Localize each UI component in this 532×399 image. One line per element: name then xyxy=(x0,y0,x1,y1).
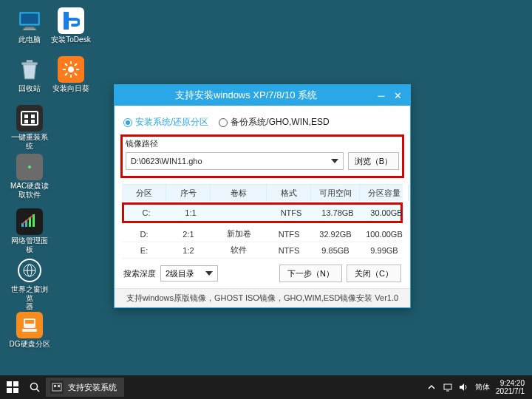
desktop-icon-label: 此电脑 xyxy=(18,35,41,44)
radio-install-restore[interactable]: 安装系统/还原分区 xyxy=(123,116,208,129)
desktop-icon-label: 安装ToDesk xyxy=(51,35,90,44)
recycle-bin-icon xyxy=(16,56,43,83)
desktop-icon-world-browser[interactable]: 世界之窗浏览 器 xyxy=(9,257,50,311)
svg-rect-14 xyxy=(33,214,35,227)
tray-clock[interactable]: 9:24:20 2021/7/1 xyxy=(496,379,525,395)
col-label: 卷标 xyxy=(211,185,267,201)
search-depth-label: 搜索深度 xyxy=(123,268,156,279)
taskbar-app-label: 支持安装系统 xyxy=(68,382,117,393)
next-button[interactable]: 下一步（N） xyxy=(279,265,342,282)
desktop-icon-install-sunflower[interactable]: 安装向日葵 xyxy=(50,56,92,93)
col-free: 可用空间 xyxy=(311,185,360,201)
svg-rect-37 xyxy=(54,385,56,387)
svg-line-27 xyxy=(75,73,77,75)
window-content: 安装系统/还原分区 备份系统/GHO,WIN,ESD 镜像路径 D:\0623\… xyxy=(115,106,410,288)
desktop-icon-mac-disk-reader[interactable]: MAC硬盘读 取软件 xyxy=(9,154,50,199)
radio-circle-icon xyxy=(123,118,132,127)
svg-rect-8 xyxy=(31,115,35,118)
todesk-icon xyxy=(58,7,84,34)
table-row[interactable]: D: 2:1 新加卷 NTFS 32.92GB 100.00GB xyxy=(122,226,403,242)
svg-rect-6 xyxy=(21,112,38,125)
desktop-icon-label: 一键重装系统 xyxy=(9,133,50,150)
desktop-icon-label: 网络管理面板 xyxy=(9,236,50,253)
close-button[interactable]: ✕ xyxy=(389,89,406,102)
taskbar-app[interactable]: 支持安装系统 xyxy=(46,378,124,397)
desktop-icon-label: MAC硬盘读 取软件 xyxy=(10,182,49,199)
desktop-icon-install-todesk[interactable]: 安装ToDesk xyxy=(50,7,92,44)
svg-rect-36 xyxy=(52,383,61,391)
radio-circle-icon xyxy=(219,118,228,127)
radio-label: 安装系统/还原分区 xyxy=(135,116,208,129)
image-path-section: 镜像路径 D:\0623\WIN11.gho 浏览（B） xyxy=(120,134,404,178)
search-depth-value: 2级目录 xyxy=(166,268,194,279)
svg-rect-32 xyxy=(7,388,12,393)
desktop-icon-label: 安装向日葵 xyxy=(52,84,89,93)
image-path-label: 镜像路径 xyxy=(126,138,399,149)
desktop-icon-this-pc[interactable]: 此电脑 xyxy=(9,7,50,44)
svg-line-35 xyxy=(37,389,40,392)
desktop-icon-network-panel[interactable]: 网络管理面板 xyxy=(9,208,50,253)
table-row[interactable]: E: 1:2 软件 NTFS 9.85GB 9.99GB xyxy=(122,242,403,259)
system-tray: 简体 9:24:20 2021/7/1 xyxy=(419,379,532,395)
svg-rect-10 xyxy=(31,120,35,123)
radio-backup[interactable]: 备份系统/GHO,WIN,ESD xyxy=(219,116,329,129)
col-drive: 分区 xyxy=(122,185,166,201)
svg-rect-4 xyxy=(21,62,37,64)
installer-window: 支持安装windows XP/7/8/10 系统 ─ ✕ 安装系统/还原分区 备… xyxy=(114,84,411,308)
svg-rect-20 xyxy=(22,329,37,332)
mode-radio-group: 安装系统/还原分区 备份系统/GHO,WIN,ESD xyxy=(122,113,403,134)
svg-rect-2 xyxy=(25,27,35,29)
bottom-controls: 搜索深度 2级目录 下一步（N） 关闭（C） xyxy=(122,259,403,284)
selected-row-highlight: C: 1:1 NTFS 13.78GB 30.00GB xyxy=(122,202,403,223)
close-dialog-button[interactable]: 关闭（C） xyxy=(347,265,401,282)
svg-line-28 xyxy=(65,73,67,75)
svg-marker-41 xyxy=(460,383,464,391)
svg-line-26 xyxy=(65,64,67,66)
tray-chevron-up-icon[interactable] xyxy=(426,382,437,392)
col-format: 格式 xyxy=(267,185,311,201)
image-path-dropdown[interactable]: D:\0623\WIN11.gho xyxy=(126,152,344,170)
minimize-button[interactable]: ─ xyxy=(373,89,389,102)
desktop-icon-onekey-reinstall[interactable]: 一键重装系统 xyxy=(9,105,50,150)
svg-rect-7 xyxy=(24,115,28,118)
tray-ime[interactable]: 简体 xyxy=(475,382,490,392)
table-header-row: 分区 序号 卷标 格式 可用空间 分区容量 xyxy=(122,185,403,201)
svg-point-21 xyxy=(68,66,74,72)
svg-line-29 xyxy=(75,64,77,66)
tray-date: 2021/7/1 xyxy=(496,387,525,395)
col-index: 序号 xyxy=(166,185,211,201)
onekey-icon xyxy=(16,105,43,132)
desktop-icon-recycle-bin[interactable]: 回收站 xyxy=(9,56,50,93)
tray-volume-icon[interactable] xyxy=(459,382,469,392)
pc-icon xyxy=(16,7,43,34)
col-size: 分区容量 xyxy=(360,185,409,201)
browse-button[interactable]: 浏览（B） xyxy=(348,152,399,170)
table-row[interactable]: C: 1:1 NTFS 13.78GB 30.00GB xyxy=(124,205,400,221)
network-icon xyxy=(16,208,43,235)
window-footer: 支持windows原版镜像，GHOST ISO镜像，GHO,WIM,ESD镜像安… xyxy=(115,288,410,307)
svg-rect-31 xyxy=(13,381,18,386)
desktop-icon-label: DG硬盘分区 xyxy=(10,340,50,349)
desktop-icon-label: 回收站 xyxy=(18,84,41,93)
window-title: 支持安装windows XP/7/8/10 系统 xyxy=(119,89,373,102)
image-path-value: D:\0623\WIN11.gho xyxy=(131,157,202,166)
partition-table: 分区 序号 卷标 格式 可用空间 分区容量 C: 1:1 NTFS 13.78G… xyxy=(122,184,403,259)
tray-time: 9:24:20 xyxy=(496,379,525,387)
start-button[interactable] xyxy=(0,375,25,399)
taskbar: 支持安装系统 简体 9:24:20 2021/7/1 xyxy=(0,375,532,399)
desktop-icon-dg-partition[interactable]: DG硬盘分区 xyxy=(9,312,50,349)
chevron-down-icon xyxy=(205,271,213,276)
desktop-icon-label: 世界之窗浏览 器 xyxy=(9,285,50,311)
svg-rect-1 xyxy=(21,13,38,24)
svg-rect-19 xyxy=(25,320,34,324)
titlebar[interactable]: 支持安装windows XP/7/8/10 系统 ─ ✕ xyxy=(115,85,410,106)
search-icon[interactable] xyxy=(25,375,44,399)
svg-point-34 xyxy=(31,383,38,390)
svg-rect-9 xyxy=(24,120,28,123)
tray-network-icon[interactable] xyxy=(443,382,453,392)
svg-rect-30 xyxy=(7,381,12,386)
chevron-down-icon xyxy=(331,159,338,163)
svg-rect-38 xyxy=(58,385,60,387)
sunflower-icon xyxy=(58,56,84,83)
search-depth-select[interactable]: 2级目录 xyxy=(160,265,218,282)
